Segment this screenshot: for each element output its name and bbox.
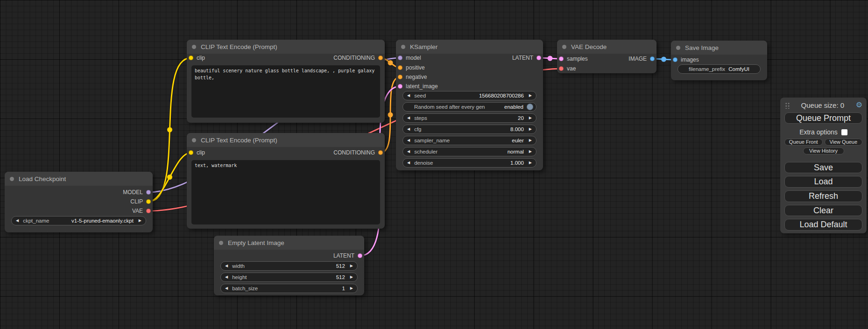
input-port-dot-clip[interactable] (189, 150, 193, 155)
input-port-dot-vae[interactable] (559, 66, 564, 71)
prompt-textarea[interactable]: beautiful scenery nature glass bottle la… (191, 65, 380, 118)
collapse-dot-icon[interactable] (676, 46, 680, 50)
input-port-dot-negative[interactable] (398, 75, 402, 79)
stepper-right-icon[interactable]: ▶ (529, 150, 532, 154)
node-load-checkpoint[interactable]: Load CheckpointMODELCLIPVAE◀ckpt_namev1-… (5, 172, 153, 232)
queue-panel: Queue size: 0 ⚙ Queue Prompt Extra optio… (780, 98, 867, 233)
drag-handle-icon[interactable] (784, 102, 790, 109)
widget-ckpt_name[interactable]: ◀ckpt_namev1-5-pruned-emaonly.ckpt▶ (11, 216, 146, 225)
queue-front-button[interactable]: Queue Front (784, 139, 823, 146)
widget-steps[interactable]: ◀steps20▶ (402, 113, 536, 123)
widget-denoise[interactable]: ◀denoise1.000▶ (402, 158, 536, 168)
stepper-right-icon[interactable]: ▶ (350, 287, 353, 290)
stepper-left-icon[interactable]: ◀ (407, 161, 410, 165)
node-title-bar[interactable]: Save Image (671, 41, 767, 55)
output-port-MODEL: MODEL (123, 189, 151, 196)
output-port-dot-LATENT[interactable] (536, 56, 541, 60)
save-button[interactable]: Save (784, 162, 862, 174)
stepper-right-icon[interactable]: ▶ (350, 264, 353, 268)
node-save-image[interactable]: Save Imageimagesfilename_prefixComfyUI (671, 41, 767, 80)
widget-width[interactable]: ◀width512▶ (220, 261, 358, 271)
settings-gear-icon[interactable]: ⚙ (856, 101, 862, 109)
node-clip-encode-positive[interactable]: CLIP Text Encode (Prompt)clipCONDITIONIN… (187, 40, 385, 123)
input-port-samples: samples (559, 55, 588, 63)
stepper-left-icon[interactable]: ◀ (225, 287, 228, 290)
widget-value: 512 (336, 263, 345, 269)
output-port-dot-LATENT[interactable] (358, 253, 362, 258)
stepper-left-icon[interactable]: ◀ (225, 264, 228, 268)
widget-seed[interactable]: ◀seed156680208700286▶ (402, 91, 536, 100)
stepper-left-icon[interactable]: ◀ (16, 219, 19, 223)
collapse-dot-icon[interactable] (219, 241, 223, 245)
clear-button[interactable]: Clear (784, 205, 862, 217)
widget-label: scheduler (414, 149, 438, 154)
stepper-left-icon[interactable]: ◀ (407, 127, 410, 131)
stepper-right-icon[interactable]: ▶ (350, 275, 353, 279)
input-port-dot-clip[interactable] (189, 56, 193, 60)
collapse-dot-icon[interactable] (192, 138, 196, 142)
stepper-right-icon[interactable]: ▶ (529, 161, 532, 165)
view-history-button[interactable]: View History (803, 147, 844, 154)
widget-random-seed-after-every-gen[interactable]: Random seed after every genenabled (402, 102, 536, 112)
load-button[interactable]: Load (784, 176, 862, 188)
widget-scheduler[interactable]: ◀schedulernormal▶ (402, 147, 536, 156)
extra-options-checkbox[interactable] (841, 129, 847, 135)
output-port-dot-IMAGE[interactable] (650, 56, 655, 61)
extra-options-label: Extra options (799, 128, 838, 136)
widget-batch_size[interactable]: ◀batch_size1▶ (220, 284, 358, 293)
node-ksampler[interactable]: KSamplermodelpositivenegativelatent_imag… (396, 40, 543, 170)
widget-value: 8.000 (510, 126, 524, 132)
output-port-dot-CLIP[interactable] (146, 199, 151, 204)
collapse-dot-icon[interactable] (10, 177, 14, 181)
stepper-right-icon[interactable]: ▶ (529, 116, 532, 120)
widget-label: batch_size (232, 286, 258, 291)
widget-cfg[interactable]: ◀cfg8.000▶ (402, 125, 536, 134)
input-port-dot-samples[interactable] (559, 56, 564, 61)
input-port-dot-latent_image[interactable] (398, 84, 402, 89)
widget-value: normal (508, 149, 524, 154)
node-vae-decode[interactable]: VAE DecodesamplesvaeIMAGE (557, 40, 656, 73)
node-title-bar[interactable]: CLIP Text Encode (Prompt) (187, 133, 385, 147)
stepper-right-icon[interactable]: ▶ (529, 127, 532, 131)
input-port-dot-images[interactable] (673, 57, 677, 62)
node-empty-latent-image[interactable]: Empty Latent ImageLATENT◀width512▶◀heigh… (214, 236, 364, 295)
load-default-button[interactable]: Load Default (784, 219, 862, 231)
widget-label: cfg (414, 126, 421, 132)
stepper-left-icon[interactable]: ◀ (407, 139, 410, 142)
prompt-textarea[interactable]: text, watermark (191, 160, 380, 224)
collapse-dot-icon[interactable] (192, 45, 196, 49)
node-title-bar[interactable]: VAE Decode (557, 40, 656, 54)
toggle-knob[interactable] (527, 104, 533, 110)
widget-filename_prefix[interactable]: filename_prefixComfyUI (677, 64, 761, 74)
output-port-dot-VAE[interactable] (146, 209, 151, 213)
view-queue-button[interactable]: View Queue (825, 139, 863, 146)
output-port-dot-CONDITIONING[interactable] (378, 56, 383, 60)
node-title-bar[interactable]: Load Checkpoint (5, 172, 153, 186)
stepper-left-icon[interactable]: ◀ (407, 116, 410, 120)
input-port-dot-positive[interactable] (398, 65, 402, 70)
refresh-button[interactable]: Refresh (784, 190, 862, 202)
input-port-dot-model[interactable] (398, 56, 402, 60)
widget-label: Random seed after every gen (414, 104, 485, 110)
collapse-dot-icon[interactable] (562, 45, 566, 49)
output-port-VAE: VAE (132, 207, 151, 215)
widget-label: steps (414, 115, 427, 121)
node-title-bar[interactable]: Empty Latent Image (214, 236, 364, 250)
node-graph-canvas[interactable]: Load CheckpointMODELCLIPVAE◀ckpt_namev1-… (0, 0, 868, 329)
stepper-left-icon[interactable]: ◀ (225, 275, 228, 279)
stepper-left-icon[interactable]: ◀ (407, 150, 410, 154)
output-port-dot-CONDITIONING[interactable] (378, 150, 383, 155)
node-clip-encode-negative[interactable]: CLIP Text Encode (Prompt)clipCONDITIONIN… (187, 133, 385, 229)
widget-height[interactable]: ◀height512▶ (220, 273, 358, 282)
node-title-bar[interactable]: CLIP Text Encode (Prompt) (187, 40, 385, 54)
stepper-right-icon[interactable]: ▶ (529, 94, 532, 98)
widget-sampler_name[interactable]: ◀sampler_nameeuler▶ (402, 136, 536, 145)
queue-pill-row: Queue Front View Queue (784, 139, 862, 146)
stepper-left-icon[interactable]: ◀ (407, 94, 410, 98)
node-title-bar[interactable]: KSampler (396, 40, 543, 54)
queue-prompt-button[interactable]: Queue Prompt (784, 112, 862, 124)
collapse-dot-icon[interactable] (401, 45, 405, 49)
stepper-right-icon[interactable]: ▶ (139, 219, 141, 223)
output-port-dot-MODEL[interactable] (146, 190, 151, 195)
stepper-right-icon[interactable]: ▶ (529, 139, 532, 142)
